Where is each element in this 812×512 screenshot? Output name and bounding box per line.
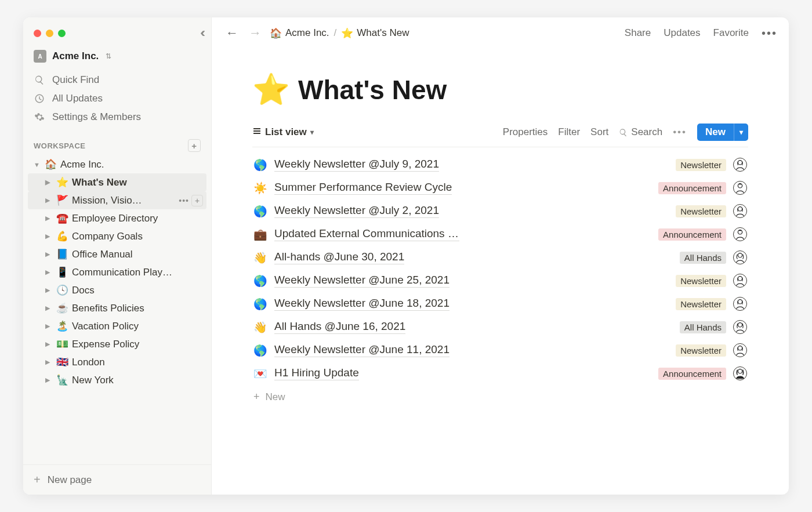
sidebar-quick-find[interactable]: Quick Find bbox=[28, 71, 206, 89]
author-avatar bbox=[733, 343, 747, 357]
search-button[interactable]: Search bbox=[619, 126, 662, 138]
add-row-button[interactable]: + New bbox=[252, 385, 748, 409]
disclosure-triangle-icon[interactable]: ▶ bbox=[45, 322, 52, 330]
disclosure-triangle-icon[interactable]: ▶ bbox=[45, 340, 52, 348]
breadcrumb-segment-root[interactable]: 🏠 Acme Inc. bbox=[270, 27, 329, 39]
updown-icon: ⇅ bbox=[106, 52, 111, 60]
row-emoji: 🌎 bbox=[253, 158, 267, 172]
sidebar-page-item[interactable]: ▶📘Office Manual•••+ bbox=[28, 245, 206, 263]
page-label: Acme Inc. bbox=[60, 159, 203, 170]
breadcrumb-emoji: 🏠 bbox=[270, 27, 282, 39]
sidebar-page-item[interactable]: ▶🇬🇧London•••+ bbox=[28, 353, 206, 371]
page-title-text[interactable]: What's New bbox=[298, 74, 447, 106]
tag-badge: Newsletter bbox=[676, 344, 726, 357]
sidebar-page-item[interactable]: ▶🕓Docs•••+ bbox=[28, 281, 206, 299]
disclosure-triangle-icon[interactable]: ▶ bbox=[45, 197, 52, 204]
sort-button[interactable]: Sort bbox=[590, 126, 608, 138]
sidebar: ‹‹ A Acme Inc. ⇅ Quick Find All Updates bbox=[23, 17, 212, 495]
disclosure-triangle-icon[interactable]: ▶ bbox=[45, 268, 52, 276]
share-button[interactable]: Share bbox=[625, 27, 651, 39]
disclosure-triangle-icon[interactable]: ▶ bbox=[45, 376, 52, 384]
disclosure-triangle-icon[interactable]: ▶ bbox=[45, 286, 52, 294]
page-emoji: ☎️ bbox=[56, 212, 68, 224]
search-label: Search bbox=[631, 126, 662, 138]
view-more-button[interactable]: ••• bbox=[673, 126, 687, 138]
window-minimize-button[interactable] bbox=[46, 30, 53, 37]
favorite-button[interactable]: Favorite bbox=[713, 27, 749, 39]
sidebar-page-item[interactable]: ▶🚩Mission, Visio…•••+ bbox=[28, 191, 206, 209]
nav-back-button[interactable]: ← bbox=[223, 24, 241, 42]
disclosure-triangle-icon[interactable]: ▶ bbox=[45, 250, 52, 258]
disclosure-triangle-icon[interactable]: ▶ bbox=[45, 215, 52, 222]
sidebar-tree: ▼🏠Acme Inc.•••+▶⭐What's New•••+▶🚩Mission… bbox=[23, 155, 211, 389]
svg-point-5 bbox=[738, 277, 742, 281]
plus-icon: + bbox=[34, 473, 41, 486]
sidebar-all-updates[interactable]: All Updates bbox=[28, 89, 206, 108]
list-item[interactable]: 🌎Weekly Newsletter @July 2, 2021Newslett… bbox=[252, 199, 748, 223]
row-emoji: 🌎 bbox=[253, 344, 267, 357]
workspace-switcher[interactable]: A Acme Inc. ⇅ bbox=[23, 46, 211, 70]
window-titlebar: ‹‹ bbox=[23, 17, 211, 46]
breadcrumb: 🏠 Acme Inc. / ⭐ What's New bbox=[270, 27, 409, 39]
add-page-button[interactable]: + bbox=[188, 139, 201, 152]
nav-forward-button[interactable]: → bbox=[246, 24, 264, 42]
page-emoji: 🏝️ bbox=[56, 320, 68, 332]
list-item[interactable]: 👋All-hands @June 30, 2021All Hands bbox=[252, 246, 748, 269]
list-item[interactable]: 🌎Weekly Newsletter @June 11, 2021Newslet… bbox=[252, 339, 748, 362]
window-close-button[interactable] bbox=[34, 30, 41, 37]
list-item[interactable]: 💌H1 Hiring UpdateAnnouncement bbox=[252, 362, 748, 385]
new-entry-button[interactable]: New ▾ bbox=[697, 124, 748, 141]
disclosure-triangle-icon[interactable]: ▶ bbox=[45, 304, 52, 312]
page-emoji: 🇬🇧 bbox=[56, 356, 68, 368]
sidebar-page-item[interactable]: ▶☕Benefits Policies•••+ bbox=[28, 299, 206, 317]
row-title: H1 Hiring Update bbox=[274, 366, 359, 380]
tag-badge: Newsletter bbox=[676, 275, 726, 287]
list-item[interactable]: 💼Updated External Communications PolicyA… bbox=[252, 223, 748, 246]
page-emoji: 🗽 bbox=[56, 374, 68, 386]
filter-button[interactable]: Filter bbox=[558, 126, 580, 138]
add-subpage-button[interactable]: + bbox=[191, 195, 203, 206]
add-row-label: New bbox=[266, 391, 285, 403]
list-item[interactable]: 👋All Hands @June 16, 2021All Hands bbox=[252, 315, 748, 339]
sidebar-page-item[interactable]: ▶⭐What's New•••+ bbox=[28, 173, 206, 191]
svg-point-8 bbox=[738, 346, 742, 350]
page-emoji: 📱 bbox=[56, 266, 68, 278]
sidebar-page-item[interactable]: ▶🗽New York•••+ bbox=[28, 371, 206, 389]
disclosure-triangle-icon[interactable]: ▶ bbox=[45, 233, 52, 240]
list-item[interactable]: 🌎Weekly Newsletter @July 9, 2021Newslett… bbox=[252, 153, 748, 176]
chevron-down-icon[interactable]: ▾ bbox=[734, 124, 748, 141]
breadcrumb-segment-current[interactable]: ⭐ What's New bbox=[341, 27, 409, 39]
list-item[interactable]: 🌎Weekly Newsletter @June 25, 2021Newslet… bbox=[252, 269, 748, 292]
list-item[interactable]: 🌎Weekly Newsletter @June 18, 2021Newslet… bbox=[252, 292, 748, 315]
sidebar-item-label: Quick Find bbox=[52, 74, 99, 86]
view-selector[interactable]: List view ▾ bbox=[252, 126, 314, 139]
list-item[interactable]: ☀️Summer Performance Review CycleAnnounc… bbox=[252, 176, 748, 199]
more-menu-button[interactable]: ••• bbox=[762, 27, 777, 40]
updates-button[interactable]: Updates bbox=[664, 27, 700, 39]
sidebar-page-item[interactable]: ▼🏠Acme Inc.•••+ bbox=[28, 155, 206, 173]
page-more-button[interactable]: ••• bbox=[179, 196, 189, 205]
sidebar-settings[interactable]: Settings & Members bbox=[28, 108, 206, 126]
topbar: ← → 🏠 Acme Inc. / ⭐ What's New Share Upd… bbox=[212, 17, 789, 49]
new-page-button[interactable]: + New page bbox=[23, 464, 211, 495]
tag-badge: Newsletter bbox=[676, 205, 726, 217]
row-emoji: 🌎 bbox=[253, 297, 267, 311]
sidebar-page-item[interactable]: ▶☎️Employee Directory•••+ bbox=[28, 209, 206, 227]
tag-badge: Announcement bbox=[658, 182, 726, 194]
svg-point-0 bbox=[738, 161, 742, 165]
page-emoji: 🕓 bbox=[56, 284, 68, 296]
page-emoji[interactable]: ⭐ bbox=[252, 72, 290, 107]
sidebar-page-item[interactable]: ▶💪Company Goals•••+ bbox=[28, 227, 206, 245]
properties-button[interactable]: Properties bbox=[503, 126, 548, 138]
disclosure-triangle-icon[interactable]: ▶ bbox=[45, 179, 52, 186]
author-avatar bbox=[733, 181, 747, 195]
sidebar-page-item[interactable]: ▶🏝️Vacation Policy•••+ bbox=[28, 317, 206, 335]
sidebar-page-item[interactable]: ▶📱Communication Play…•••+ bbox=[28, 263, 206, 281]
window-maximize-button[interactable] bbox=[58, 30, 66, 37]
page-label: Docs bbox=[72, 285, 203, 296]
new-button-label: New bbox=[697, 124, 734, 141]
disclosure-triangle-icon[interactable]: ▶ bbox=[45, 358, 52, 366]
collapse-sidebar-button[interactable]: ‹‹ bbox=[200, 26, 202, 41]
disclosure-triangle-icon[interactable]: ▼ bbox=[34, 161, 41, 168]
sidebar-page-item[interactable]: ▶💵Expense Policy•••+ bbox=[28, 335, 206, 353]
